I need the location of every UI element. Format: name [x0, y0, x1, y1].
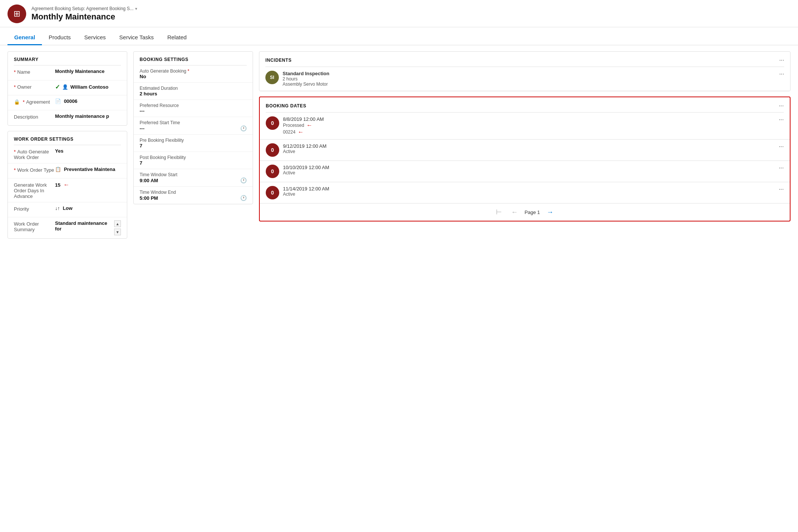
incident-name[interactable]: Standard Inspection — [283, 71, 776, 76]
booking-circle-3: 0 — [266, 165, 279, 178]
booking-dates-more-button[interactable]: ··· — [779, 103, 784, 109]
owner-name[interactable]: William Contoso — [70, 84, 109, 90]
breadcrumb-text: Agreement Booking Setup: Agreement Booki… — [31, 6, 134, 11]
pre-booking-flexibility-label: Pre Booking Flexibility — [140, 138, 247, 143]
time-window-start-value[interactable]: 9:00 AM 🕐 — [140, 177, 247, 183]
preferred-resource-label: Preferred Resource — [140, 103, 247, 108]
booking-date-2[interactable]: 9/12/2019 12:00 AM — [283, 143, 775, 149]
field-generate-days-value[interactable]: 15 ← — [55, 181, 121, 188]
field-priority: Priority ↓↑ Low — [8, 202, 127, 217]
summary-title: SUMMARY — [8, 52, 127, 65]
scroll-down-button[interactable]: ▼ — [114, 229, 121, 235]
app-icon: ⊞ — [7, 4, 26, 23]
preferred-start-time-value[interactable]: --- 🕐 — [140, 125, 247, 131]
field-time-window-end: Time Window End 5:00 PM 🕐 — [134, 187, 253, 204]
app-header: ⊞ Agreement Booking Setup: Agreement Boo… — [0, 0, 798, 27]
field-time-window-start: Time Window Start 9:00 AM 🕐 — [134, 169, 253, 187]
post-booking-flexibility-label: Post Booking Flexibility — [140, 155, 247, 160]
booking-info-2: 9/12/2019 12:00 AM Active — [283, 143, 775, 154]
auto-generate-booking-label: Auto Generate Booking * — [140, 68, 247, 74]
field-auto-generate-wo-value[interactable]: Yes — [55, 148, 121, 154]
incident-item: SI Standard Inspection 2 hours Assembly … — [259, 67, 790, 91]
post-booking-flexibility-value[interactable]: 7 — [140, 160, 247, 166]
time-window-start-text: 9:00 AM — [140, 178, 238, 183]
incidents-more-button[interactable]: ··· — [779, 57, 784, 64]
field-auto-generate-booking: Auto Generate Booking * No — [134, 65, 253, 83]
booking-date-menu-1[interactable]: ··· — [779, 116, 784, 123]
clock-icon-preferred[interactable]: 🕐 — [240, 125, 247, 131]
field-priority-value[interactable]: ↓↑ Low — [55, 205, 121, 211]
field-wo-type-value[interactable]: 📋 Preventative Maintena — [55, 166, 121, 172]
page-title: Monthly Maintenance — [31, 12, 137, 22]
wo-type-icon: 📋 — [55, 166, 61, 172]
booking-date-3[interactable]: 10/10/2019 12:00 AM — [283, 165, 775, 170]
clock-icon-start[interactable]: 🕐 — [240, 177, 247, 183]
field-preferred-resource: Preferred Resource --- — [134, 100, 253, 117]
left-column: SUMMARY *Name Monthly Maintenance *Owner… — [7, 51, 127, 239]
field-priority-label: Priority — [14, 205, 55, 212]
field-description: Description Monthly maintenance p — [8, 110, 127, 125]
tab-related[interactable]: Related — [161, 30, 194, 45]
incidents-panel: INCIDENTS ··· SI Standard Inspection 2 h… — [259, 51, 791, 91]
incident-component: Assembly Servo Motor — [283, 82, 776, 87]
booking-info-3: 10/10/2019 12:00 AM Active — [283, 165, 775, 175]
breadcrumb-chevron-icon[interactable]: ▾ — [135, 6, 137, 11]
field-post-booking-flexibility: Post Booking Flexibility 7 — [134, 152, 253, 169]
booking-info-1: 8/8/2019 12:00 AM Processed ← 00224 ← — [283, 116, 775, 135]
pagination-next-button[interactable]: → — [545, 208, 556, 217]
field-name-label: *Name — [14, 68, 55, 75]
estimated-duration-label: Estimated Duration — [140, 86, 247, 91]
tab-products[interactable]: Products — [42, 30, 77, 45]
field-auto-generate-wo-label: *Auto Generate Work Order — [14, 148, 55, 160]
priority-link[interactable]: Low — [63, 205, 73, 211]
booking-date-item-1: 0 8/8/2019 12:00 AM Processed ← 00224 ← … — [260, 113, 790, 140]
generate-days-number: 15 — [55, 182, 60, 188]
right-column: INCIDENTS ··· SI Standard Inspection 2 h… — [259, 51, 791, 221]
booking-settings-title: BOOKING SETTINGS — [134, 52, 253, 65]
field-generate-days-label: Generate Work Order Days In Advance — [14, 181, 55, 199]
field-wo-type-label: *Work Order Type — [14, 166, 55, 173]
agreement-link[interactable]: 00006 — [64, 98, 77, 104]
required-star-owner: * — [14, 84, 16, 90]
booking-info-4: 11/14/2019 12:00 AM Active — [283, 186, 775, 197]
booking-date-menu-3[interactable]: ··· — [779, 165, 784, 171]
scroll-up-button[interactable]: ▲ — [114, 220, 121, 227]
pagination-first-button: ⊢ — [494, 207, 504, 217]
field-generate-days: Generate Work Order Days In Advance 15 ← — [8, 178, 127, 202]
tab-service-tasks[interactable]: Service Tasks — [113, 30, 161, 45]
required-star-wo: * — [14, 149, 16, 155]
header-text: Agreement Booking Setup: Agreement Booki… — [31, 6, 137, 22]
booking-code-text-1: 00224 — [283, 129, 295, 135]
booking-circle-1: 0 — [266, 116, 279, 130]
field-wo-summary-value: Standard maintenance for ▲ ▼ — [55, 220, 121, 235]
incident-menu-button[interactable]: ··· — [779, 71, 784, 77]
time-window-end-value[interactable]: 5:00 PM 🕐 — [140, 195, 247, 201]
wo-type-link[interactable]: Preventative Maintena — [64, 166, 115, 172]
tab-general[interactable]: General — [7, 30, 42, 45]
pre-booking-flexibility-value[interactable]: 7 — [140, 143, 247, 149]
estimated-duration-value[interactable]: 2 hours — [140, 91, 247, 97]
field-description-value[interactable]: Monthly maintenance p — [55, 113, 121, 119]
auto-generate-booking-value[interactable]: No — [140, 74, 247, 79]
preferred-resource-value[interactable]: --- — [140, 108, 247, 114]
booking-date-1[interactable]: 8/8/2019 12:00 AM — [283, 116, 775, 122]
main-content: SUMMARY *Name Monthly Maintenance *Owner… — [0, 45, 798, 245]
booking-date-menu-4[interactable]: ··· — [779, 186, 784, 193]
field-preferred-start-time: Preferred Start Time --- 🕐 — [134, 117, 253, 135]
field-name-value[interactable]: Monthly Maintenance — [55, 68, 121, 74]
clock-icon-end[interactable]: 🕐 — [240, 195, 247, 201]
wo-summary-text[interactable]: Standard maintenance for — [55, 220, 111, 232]
field-agreement-value[interactable]: 📄 00006 — [55, 98, 121, 104]
field-agreement: 🔒 *Agreement 📄 00006 — [8, 95, 127, 110]
field-owner-value[interactable]: ✓ 👤 William Contoso — [55, 83, 121, 91]
booking-code-1: 00224 ← — [283, 129, 775, 135]
breadcrumb[interactable]: Agreement Booking Setup: Agreement Booki… — [31, 6, 137, 11]
booking-date-menu-2[interactable]: ··· — [779, 143, 784, 150]
incident-duration: 2 hours — [283, 76, 776, 82]
required-star-agreement: * — [23, 99, 25, 105]
tab-services[interactable]: Services — [77, 30, 113, 45]
booking-date-4[interactable]: 11/14/2019 12:00 AM — [283, 186, 775, 192]
field-wo-summary-label: Work Order Summary — [14, 220, 55, 232]
field-pre-booking-flexibility: Pre Booking Flexibility 7 — [134, 135, 253, 152]
arrow-annotation-days: ← — [63, 181, 69, 188]
